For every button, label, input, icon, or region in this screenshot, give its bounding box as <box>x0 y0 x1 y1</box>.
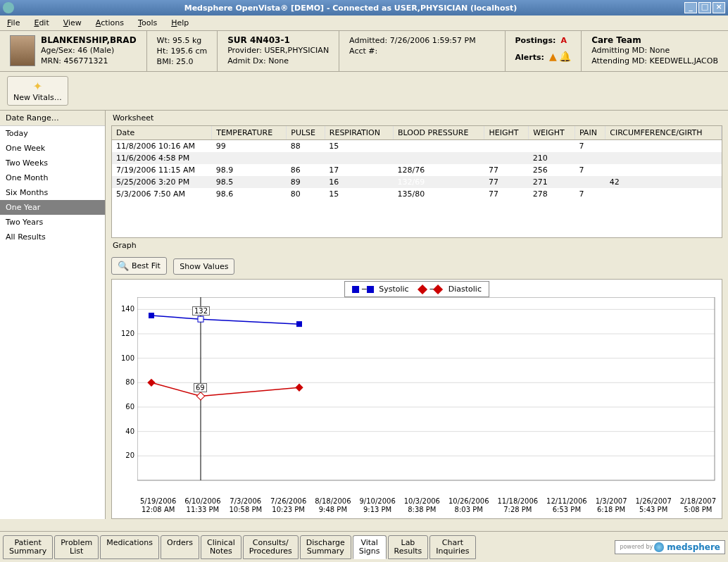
sidebar-item-one-month[interactable]: One Month <box>0 170 105 185</box>
tab-medications[interactable]: Medications <box>100 535 159 559</box>
date-range-header[interactable]: Date Range… <box>0 111 105 126</box>
table-cell[interactable]: 98.5 <box>212 176 287 188</box>
table-cell[interactable]: 77 <box>484 176 529 188</box>
column-header[interactable]: HEIGHT <box>484 126 529 140</box>
menu-edit[interactable]: Edit <box>27 16 56 30</box>
worksheet-table[interactable]: DateTEMPERATUREPULSERESPIRATIONBLOOD PRE… <box>111 125 722 238</box>
table-cell[interactable] <box>394 152 484 164</box>
table-cell[interactable]: 89 <box>287 176 325 188</box>
table-cell[interactable]: 128/76 <box>394 164 484 176</box>
column-header[interactable]: PAIN <box>575 126 605 140</box>
tab-clinical-notes[interactable]: ClinicalNotes <box>201 535 241 559</box>
table-cell[interactable]: 256 <box>529 164 575 176</box>
table-cell[interactable]: 99 <box>212 140 287 153</box>
sidebar-item-two-years[interactable]: Two Years <box>0 215 105 230</box>
table-cell[interactable]: 86 <box>287 164 325 176</box>
tab-problem-list[interactable]: ProblemList <box>54 535 99 559</box>
sidebar-item-all-results[interactable]: All Results <box>0 230 105 244</box>
table-cell[interactable]: 17 <box>325 164 393 176</box>
tab-consults-procedures[interactable]: Consults/Procedures <box>243 535 299 559</box>
table-cell[interactable] <box>575 152 605 164</box>
table-cell[interactable] <box>287 152 325 164</box>
table-cell[interactable] <box>575 176 605 188</box>
table-cell[interactable]: 7 <box>575 188 605 200</box>
table-cell[interactable]: 77 <box>484 164 529 176</box>
column-header[interactable]: Date <box>112 126 212 140</box>
table-cell[interactable]: 132/69 <box>394 176 484 188</box>
tab-lab-results[interactable]: LabResults <box>388 535 429 559</box>
table-cell[interactable]: 11/6/2006 4:58 PM <box>112 152 212 164</box>
sidebar-item-six-months[interactable]: Six Months <box>0 185 105 200</box>
table-cell[interactable]: 42 <box>605 176 722 188</box>
powered-by-badge[interactable]: powered by medsphere <box>615 540 725 554</box>
table-cell[interactable] <box>484 152 529 164</box>
table-cell[interactable] <box>605 152 722 164</box>
table-cell[interactable]: 88 <box>287 140 325 153</box>
visit-info[interactable]: SUR 4N403-1 Provider: USER,PHYSICIAN Adm… <box>218 31 339 71</box>
minimize-button[interactable]: _ <box>684 2 697 13</box>
patient-identity[interactable]: BLANKENSHIP,BRAD Age/Sex: 46 (Male) MRN:… <box>0 31 147 71</box>
menu-tools[interactable]: Tools <box>131 16 164 30</box>
best-fit-button[interactable]: 🔍Best Fit <box>111 257 167 275</box>
table-row[interactable]: 11/8/2006 10:16 AM9988157 <box>112 140 722 153</box>
table-cell[interactable] <box>212 152 287 164</box>
table-cell[interactable] <box>605 140 722 153</box>
table-cell[interactable] <box>484 140 529 153</box>
column-header[interactable]: TEMPERATURE <box>212 126 287 140</box>
table-cell[interactable]: 135/80 <box>394 188 484 200</box>
table-cell[interactable] <box>529 140 575 153</box>
table-cell[interactable] <box>394 140 484 153</box>
table-row[interactable]: 5/3/2006 7:50 AM98.68015135/80772787 <box>112 188 722 200</box>
table-cell[interactable]: 77 <box>484 188 529 200</box>
table-cell[interactable] <box>325 152 393 164</box>
table-cell[interactable]: 98.6 <box>212 188 287 200</box>
alert-warning-icon[interactable]: ▲ <box>549 51 557 62</box>
menu-help[interactable]: Help <box>164 16 196 30</box>
table-row[interactable]: 7/19/2006 11:15 AM98.98617128/76772567 <box>112 164 722 176</box>
table-cell[interactable]: 271 <box>529 176 575 188</box>
table-cell[interactable]: 7 <box>575 164 605 176</box>
table-cell[interactable]: 7 <box>575 140 605 153</box>
table-row[interactable]: 11/6/2006 4:58 PM210 <box>112 152 722 164</box>
column-header[interactable]: RESPIRATION <box>325 126 393 140</box>
menu-file[interactable]: File <box>0 16 27 30</box>
table-cell[interactable]: 5/3/2006 7:50 AM <box>112 188 212 200</box>
new-vitals-button[interactable]: ✦ New Vitals… <box>7 76 68 106</box>
vitals-chart[interactable]: ─ Systolic ─ Diastolic 132 69 5/19/20061… <box>111 279 722 519</box>
column-header[interactable]: BLOOD PRESSURE <box>394 126 484 140</box>
x-tick-label: 5/19/200612:08 AM <box>140 497 176 514</box>
tab-orders[interactable]: Orders <box>161 535 199 559</box>
tab-patient-summary[interactable]: PatientSummary <box>3 535 53 559</box>
sidebar-item-today[interactable]: Today <box>0 126 105 141</box>
sidebar-item-two-weeks[interactable]: Two Weeks <box>0 156 105 170</box>
menu-actions[interactable]: Actions <box>89 16 131 30</box>
tab-vital-signs[interactable]: VitalSigns <box>353 535 387 559</box>
table-cell[interactable] <box>605 164 722 176</box>
table-cell[interactable] <box>605 188 722 200</box>
table-cell[interactable]: 5/25/2006 3:20 PM <box>112 176 212 188</box>
column-header[interactable]: WEIGHT <box>529 126 575 140</box>
table-cell[interactable]: 16 <box>325 176 393 188</box>
table-cell[interactable]: 15 <box>325 140 393 153</box>
table-cell[interactable]: 278 <box>529 188 575 200</box>
care-team[interactable]: Care Team Admitting MD: None Attending M… <box>582 31 728 71</box>
table-cell[interactable]: 80 <box>287 188 325 200</box>
table-cell[interactable]: 15 <box>325 188 393 200</box>
show-values-button[interactable]: Show Values <box>173 258 234 275</box>
table-cell[interactable]: 210 <box>529 152 575 164</box>
tab-chart-inquiries[interactable]: ChartInquiries <box>429 535 475 559</box>
menu-view[interactable]: View <box>56 16 89 30</box>
column-header[interactable]: PULSE <box>287 126 325 140</box>
alert-bell-icon[interactable]: 🔔 <box>559 51 571 62</box>
sidebar-item-one-year[interactable]: One Year <box>0 200 105 215</box>
table-cell[interactable]: 98.9 <box>212 164 287 176</box>
table-row[interactable]: 5/25/2006 3:20 PM98.58916132/697727142 <box>112 176 722 188</box>
postings-alerts[interactable]: Postings: A Alerts: ▲ 🔔 <box>506 31 582 71</box>
close-button[interactable]: × <box>713 2 725 13</box>
column-header[interactable]: CIRCUMFERENCE/GIRTH <box>605 126 722 140</box>
tab-discharge-summary[interactable]: DischargeSummary <box>300 535 351 559</box>
sidebar-item-one-week[interactable]: One Week <box>0 141 105 156</box>
maximize-button[interactable]: □ <box>698 2 711 13</box>
table-cell[interactable]: 11/8/2006 10:16 AM <box>112 140 212 153</box>
table-cell[interactable]: 7/19/2006 11:15 AM <box>112 164 212 176</box>
